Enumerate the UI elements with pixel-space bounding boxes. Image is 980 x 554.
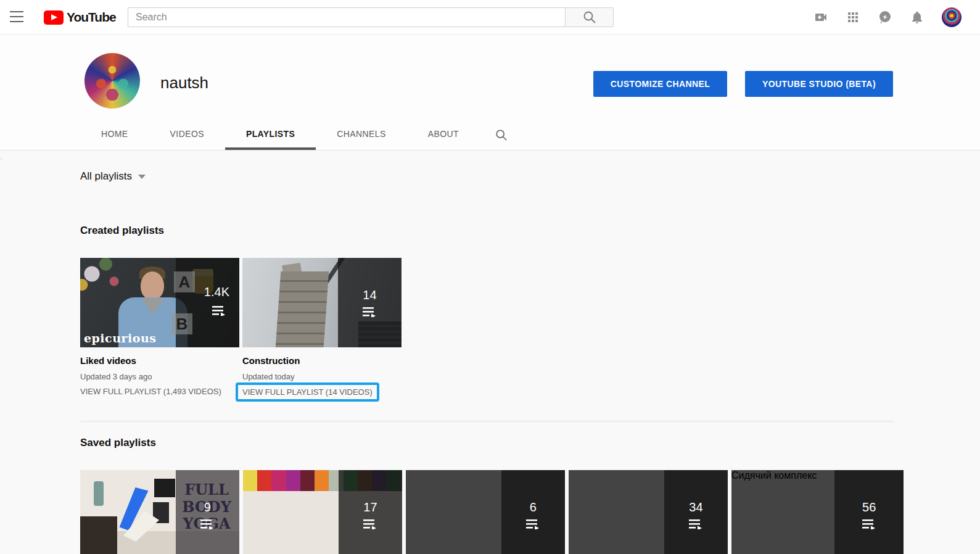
account-avatar[interactable] bbox=[942, 7, 961, 27]
search-button[interactable] bbox=[565, 7, 614, 27]
created-playlists-row: epicurious A B 1.4K Liked videos Updated… bbox=[80, 258, 401, 402]
view-full-playlist-link-highlighted[interactable]: VIEW FULL PLAYLIST (14 VIDEOS) bbox=[236, 382, 379, 402]
playlist-count: 1.4K bbox=[204, 285, 229, 299]
carousel-next-button[interactable] bbox=[0, 158, 2, 160]
playlist-updated: Updated 3 days ago bbox=[80, 372, 239, 381]
tab-channels[interactable]: CHANNELS bbox=[316, 120, 406, 150]
playlist-icon bbox=[862, 519, 876, 529]
create-video-icon[interactable] bbox=[813, 10, 828, 25]
saved-playlist-thumbnail-yoga[interactable]: FULL BODY YOGA 9 bbox=[80, 470, 239, 554]
playlist-overlay: 6 bbox=[501, 470, 565, 554]
chevron-down-icon bbox=[138, 175, 146, 179]
playlist-count: 17 bbox=[363, 500, 377, 515]
saved-playlist-thumbnail-sedentary[interactable]: Сидячий комплекс 56 bbox=[731, 470, 904, 554]
playlist-overlay: 14 bbox=[338, 258, 401, 347]
all-playlists-dropdown[interactable]: All playlists bbox=[80, 170, 146, 183]
youtube-studio-button[interactable]: YOUTUBE STUDIO (BETA) bbox=[745, 71, 893, 97]
playlist-icon bbox=[363, 307, 376, 317]
topbar: YouTube bbox=[0, 0, 980, 35]
playlist-updated: Updated today bbox=[242, 372, 401, 381]
playlist-card-liked-videos: epicurious A B 1.4K Liked videos Updated… bbox=[80, 258, 239, 402]
thumb-decoration bbox=[80, 258, 131, 304]
view-full-playlist-link[interactable]: VIEW FULL PLAYLIST (1,493 VIDEOS) bbox=[80, 387, 221, 396]
youtube-play-icon bbox=[44, 10, 64, 25]
search-icon bbox=[582, 10, 597, 25]
channel-name: nautsh bbox=[160, 73, 208, 93]
customize-channel-button[interactable]: CUSTOMIZE CHANNEL bbox=[593, 71, 727, 97]
playlist-icon bbox=[363, 519, 377, 529]
playlist-title[interactable]: Liked videos bbox=[80, 355, 239, 366]
playlist-overlay: 34 bbox=[664, 470, 728, 554]
channel-header: nautsh CUSTOMIZE CHANNEL YOUTUBE STUDIO … bbox=[0, 35, 980, 151]
tab-playlists[interactable]: PLAYLISTS bbox=[225, 120, 316, 150]
playlist-overlay: 9 bbox=[176, 470, 239, 554]
playlist-count: 9 bbox=[204, 500, 211, 515]
thumb-letter-a: A bbox=[174, 271, 195, 292]
created-playlists-heading: Created playlists bbox=[80, 225, 164, 237]
tab-about[interactable]: ABOUT bbox=[407, 120, 480, 150]
tab-home[interactable]: HOME bbox=[80, 120, 149, 150]
search-box bbox=[128, 7, 565, 27]
channel-avatar[interactable] bbox=[84, 53, 140, 109]
messages-icon[interactable] bbox=[878, 10, 892, 25]
playlist-overlay: 17 bbox=[339, 470, 402, 554]
saved-playlist-thumbnail-girl[interactable]: 34 bbox=[569, 470, 728, 554]
youtube-logo[interactable]: YouTube bbox=[44, 10, 116, 25]
section-divider bbox=[80, 421, 894, 422]
playlist-count: 14 bbox=[363, 288, 376, 302]
saved-playlists-heading: Saved playlists bbox=[80, 437, 156, 449]
playlist-overlay: 56 bbox=[834, 470, 904, 554]
saved-playlists-row: FULL BODY YOGA 9 17 bbox=[80, 470, 904, 554]
youtube-wordmark: YouTube bbox=[67, 10, 116, 25]
channel-tabs: HOME VIDEOS PLAYLISTS CHANNELS ABOUT bbox=[80, 120, 523, 150]
playlist-count: 56 bbox=[862, 500, 876, 515]
playlist-icon bbox=[200, 519, 214, 529]
saved-playlist-thumbnail-watercolors[interactable]: 17 bbox=[243, 470, 402, 554]
apps-grid-icon[interactable] bbox=[846, 10, 860, 25]
playlist-count: 6 bbox=[530, 500, 537, 515]
playlist-thumbnail[interactable]: epicurious A B 1.4K bbox=[80, 258, 239, 347]
all-playlists-label: All playlists bbox=[80, 170, 132, 183]
topbar-actions bbox=[813, 0, 961, 35]
notifications-bell-icon[interactable] bbox=[910, 10, 924, 25]
playlist-card-construction: 14 Construction Updated today VIEW FULL … bbox=[242, 258, 401, 402]
page-content: All playlists Created playlists epicurio… bbox=[0, 151, 980, 554]
saved-playlist-thumbnail-dog[interactable]: 6 bbox=[406, 470, 565, 554]
menu-icon[interactable] bbox=[10, 11, 23, 23]
search-input[interactable] bbox=[128, 8, 565, 27]
playlist-overlay: A B 1.4K bbox=[176, 258, 239, 347]
playlist-thumbnail[interactable]: 14 bbox=[242, 258, 401, 347]
playlist-count: 34 bbox=[689, 500, 702, 515]
thumb-brand-text: epicurious bbox=[84, 331, 156, 345]
channel-search-icon[interactable] bbox=[480, 120, 523, 150]
playlist-icon bbox=[526, 519, 540, 529]
thumb-letter-b: B bbox=[171, 313, 192, 334]
playlist-icon bbox=[689, 519, 702, 529]
playlist-icon bbox=[212, 306, 226, 316]
playlist-title[interactable]: Construction bbox=[242, 355, 401, 366]
tab-videos[interactable]: VIDEOS bbox=[149, 120, 225, 150]
